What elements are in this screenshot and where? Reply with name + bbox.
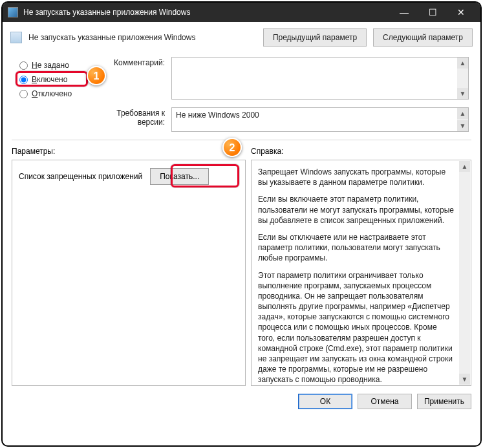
radio-enabled[interactable]: Включено	[19, 72, 91, 87]
ok-button[interactable]: ОК	[298, 394, 352, 409]
annotation-badge-2: 2	[222, 138, 242, 157]
help-panel: Запрещает Windows запускать программы, к…	[251, 160, 471, 386]
requirements-box: Не ниже Windows 2000 ▲ ▼	[171, 107, 469, 132]
app-icon	[8, 7, 18, 17]
previous-setting-button[interactable]: Предыдущий параметр	[263, 28, 367, 47]
help-paragraph: Этот параметр политики ограничивает толь…	[258, 270, 455, 385]
scroll-down-icon[interactable]: ▼	[457, 88, 468, 99]
scroll-up-icon[interactable]: ▲	[457, 58, 468, 69]
comment-textarea[interactable]: ▲ ▼	[171, 57, 469, 100]
scroll-up-icon[interactable]: ▲	[459, 161, 470, 172]
apply-button[interactable]: Применить	[417, 394, 471, 409]
policy-title: Не запускать указанные приложения Window…	[28, 33, 257, 42]
help-paragraph: Если вы включаете этот параметр политики…	[258, 194, 455, 226]
close-button[interactable]: ✕	[447, 3, 475, 21]
radio-not-configured[interactable]: Не задано	[19, 58, 91, 72]
help-paragraph: Если вы отключаете или не настраиваете э…	[258, 232, 455, 264]
requirements-value: Не ниже Windows 2000	[176, 111, 259, 120]
annotation-badge-1: 1	[87, 66, 106, 85]
radio-disabled-input[interactable]	[19, 90, 28, 98]
dialog-footer: ОК Отмена Применить	[3, 386, 480, 417]
state-radio-group: Не задано Включено Отключено 1	[19, 57, 91, 101]
help-paragraph: Запрещает Windows запускать программы, к…	[258, 167, 455, 187]
radio-enabled-input[interactable]	[19, 76, 28, 84]
policy-header: Не запускать указанные приложения Window…	[3, 22, 480, 53]
blocked-apps-label: Список запрещенных приложений	[19, 172, 142, 181]
radio-disabled-label: Отключено	[32, 89, 72, 98]
comment-scrollbar[interactable]: ▲ ▼	[457, 58, 468, 99]
policy-icon	[10, 32, 22, 43]
help-section-label: Справка:	[251, 147, 471, 156]
scroll-down-icon[interactable]: ▼	[459, 374, 470, 385]
minimize-button[interactable]: —	[390, 3, 418, 21]
show-button[interactable]: Показать...	[150, 168, 209, 185]
titlebar: Не запускать указанные приложения Window…	[3, 3, 480, 22]
scroll-up-icon[interactable]: ▲	[457, 108, 468, 119]
radio-not-configured-label: Не задано	[32, 61, 69, 70]
parameters-section-label: Параметры:	[12, 147, 251, 156]
parameters-panel: Список запрещенных приложений Показать..…	[12, 160, 246, 386]
requirements-scrollbar[interactable]: ▲ ▼	[457, 108, 468, 131]
radio-not-configured-input[interactable]	[19, 61, 28, 70]
cancel-button[interactable]: Отмена	[358, 394, 412, 409]
scroll-down-icon[interactable]: ▼	[457, 120, 468, 131]
help-scrollbar[interactable]: ▲ ▼	[459, 161, 470, 385]
maximize-button[interactable]: ☐	[418, 3, 447, 21]
radio-disabled[interactable]: Отключено	[19, 87, 91, 101]
radio-enabled-label: Включено	[32, 75, 67, 84]
next-setting-button[interactable]: Следующий параметр	[373, 28, 473, 47]
requirements-label: Требования к версии:	[91, 107, 171, 132]
window-title: Не запускать указанные приложения Window…	[23, 8, 390, 17]
